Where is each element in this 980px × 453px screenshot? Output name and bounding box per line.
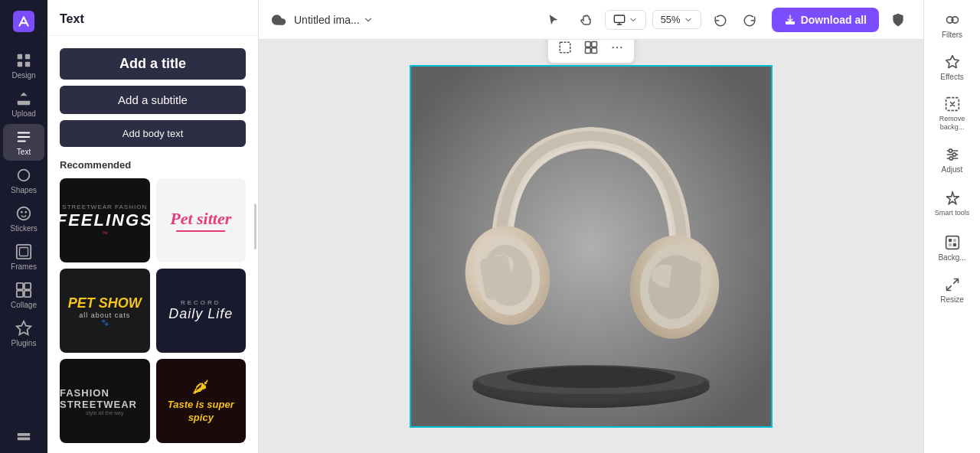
svg-point-7: [21, 211, 23, 213]
redo-button[interactable]: [737, 7, 763, 33]
svg-rect-3: [18, 62, 22, 67]
svg-rect-1: [18, 54, 22, 59]
svg-rect-24: [586, 48, 591, 54]
template-spicy[interactable]: 🌶 Taste is super spicy: [156, 359, 247, 443]
dailylife-main: Daily Life: [168, 306, 233, 322]
sidebar-item-shapes[interactable]: Shapes: [3, 162, 44, 199]
svg-rect-11: [17, 283, 23, 289]
svg-rect-57: [952, 243, 956, 246]
background-label: Backg...: [938, 253, 965, 262]
pointer-icon: [547, 13, 560, 27]
shapes-icon: [15, 167, 32, 184]
dailylife-record: RECORD: [181, 299, 221, 306]
adjust-label: Adjust: [942, 165, 963, 174]
sidebar-item-collage[interactable]: Collage: [3, 277, 44, 314]
project-name[interactable]: Untitled ima...: [294, 14, 374, 26]
undo-icon: [714, 13, 727, 27]
topbar-left: Untitled ima...: [271, 12, 531, 28]
redo-icon: [743, 13, 756, 27]
zoom-chevron-icon: [684, 15, 693, 24]
template-dailylife[interactable]: RECORD Daily Life: [156, 269, 247, 353]
right-sidebar-adjust[interactable]: Adjust: [928, 141, 977, 180]
sidebar-label-stickers: Stickers: [10, 224, 38, 233]
sidebar-label-plugins: Plugins: [11, 339, 37, 347]
add-body-button[interactable]: Add body text: [60, 120, 246, 147]
petsitter-underline: [176, 230, 225, 232]
sidebar-label-collage: Collage: [11, 301, 37, 309]
frames-icon: [15, 243, 32, 260]
template-feelings[interactable]: STREETWEAR FASHION FEELINGS ™: [60, 178, 150, 262]
device-selector[interactable]: [605, 10, 646, 30]
remove-bg-label: Remove backg...: [931, 115, 974, 132]
stickers-icon: [15, 205, 32, 222]
effects-label: Effects: [940, 73, 963, 81]
collage-icon: [15, 282, 32, 298]
svg-rect-56: [949, 243, 952, 246]
svg-point-28: [620, 47, 622, 48]
svg-rect-9: [17, 245, 31, 259]
more-options-button[interactable]: [605, 40, 629, 60]
right-sidebar-remove-bg[interactable]: Remove backg...: [928, 90, 977, 138]
canvas-frame[interactable]: [410, 65, 773, 428]
petshow-sub: all about cats: [79, 311, 130, 319]
fashion-sub: style all the way: [86, 410, 123, 416]
right-sidebar-resize[interactable]: Resize: [928, 271, 977, 310]
right-sidebar-smart-tools[interactable]: Smart tools: [928, 183, 977, 226]
hand-tool-button[interactable]: [573, 7, 599, 33]
smart-tools-icon: [945, 191, 960, 206]
device-chevron-icon: [629, 15, 638, 24]
crop-button[interactable]: [553, 40, 577, 60]
adjust-icon: [945, 147, 960, 162]
sidebar-item-design[interactable]: Design: [3, 47, 44, 84]
sidebar-item-bottom[interactable]: [3, 421, 44, 447]
sidebar-item-stickers[interactable]: Stickers: [3, 200, 44, 237]
svg-rect-16: [18, 433, 31, 436]
zoom-selector[interactable]: 55%: [652, 10, 701, 29]
smart-tools-label: Smart tools: [935, 209, 970, 217]
template-petsitter[interactable]: Pet sitter: [156, 178, 247, 262]
icon-sidebar: Design Upload Text Shapes Stickers Frame…: [0, 0, 47, 453]
svg-rect-0: [13, 11, 34, 32]
svg-rect-22: [586, 42, 591, 47]
svg-point-8: [24, 211, 27, 213]
add-title-button[interactable]: Add a title: [60, 48, 246, 80]
sidebar-label-text: Text: [17, 148, 31, 156]
topbar-right: Download all: [772, 7, 911, 33]
download-button[interactable]: Download all: [772, 8, 879, 32]
sidebar-item-frames[interactable]: Frames: [3, 239, 44, 275]
sidebar-label-shapes: Shapes: [11, 186, 37, 194]
download-icon: [784, 14, 796, 26]
sidebar-item-upload[interactable]: Upload: [3, 86, 44, 122]
add-subtitle-button[interactable]: Add a subtitle: [60, 86, 246, 114]
feelings-main: FEELINGS: [60, 210, 150, 230]
template-petshow[interactable]: PET SHOW all about cats 🐾: [60, 269, 150, 353]
project-name-text: Untitled ima...: [294, 14, 360, 26]
svg-point-51: [952, 153, 956, 156]
text-panel-header: Text: [47, 0, 258, 36]
svg-rect-12: [24, 283, 31, 289]
sidebar-item-plugins[interactable]: Plugins: [3, 315, 44, 352]
zoom-level-text: 55%: [661, 14, 681, 25]
template-fashion[interactable]: FASHION STREETWEAR style all the way: [60, 359, 150, 443]
canvas-area: Untitled ima... 55%: [259, 0, 923, 453]
sidebar-label-design: Design: [11, 71, 35, 80]
feelings-sub: STREETWEAR FASHION: [62, 204, 147, 210]
undo-button[interactable]: [707, 7, 733, 33]
text-icon: [15, 129, 32, 145]
topbar: Untitled ima... 55%: [259, 0, 923, 40]
shield-button[interactable]: [885, 7, 911, 33]
undo-redo-group: [707, 7, 763, 33]
canvas-image[interactable]: [410, 65, 773, 428]
right-sidebar-effects[interactable]: Effects: [928, 48, 977, 87]
pointer-tool-button[interactable]: [541, 7, 567, 33]
template-grid: STREETWEAR FASHION FEELINGS ™ Pet sitter…: [60, 178, 246, 443]
svg-point-27: [616, 47, 618, 48]
sidebar-item-text[interactable]: Text: [3, 124, 44, 161]
svg-rect-25: [592, 48, 597, 54]
svg-rect-55: [952, 239, 956, 242]
flip-button[interactable]: [579, 40, 603, 60]
svg-rect-14: [24, 291, 31, 297]
right-sidebar-filters[interactable]: Filters: [928, 6, 977, 45]
scroll-handle[interactable]: [254, 204, 256, 249]
right-sidebar-background[interactable]: Backg...: [928, 229, 977, 268]
